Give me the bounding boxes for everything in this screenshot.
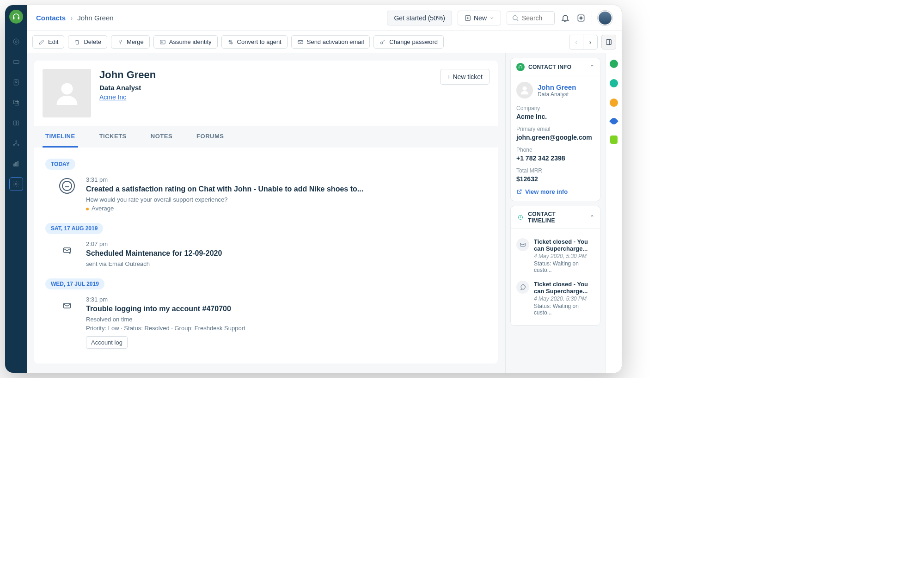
contact-avatar-small — [516, 82, 533, 99]
tab-tickets[interactable]: TICKETS — [97, 126, 129, 148]
contact-company-link[interactable]: Acme Inc — [99, 93, 126, 101]
svg-point-20 — [161, 41, 162, 42]
convert-agent-button[interactable]: Convert to agent — [221, 35, 288, 49]
send-activation-button[interactable]: Send activation email — [291, 35, 370, 49]
svg-rect-14 — [17, 161, 18, 166]
tab-timeline[interactable]: TIMELINE — [43, 126, 78, 148]
contact-timeline-item[interactable]: Ticket closed - You can Supercharge...4 … — [516, 234, 594, 277]
timeline-rating: Average — [86, 205, 363, 212]
timeline-title: Scheduled Maintenance for 12-09-2020 — [86, 249, 222, 258]
id-icon — [159, 39, 166, 45]
sidebar-item-dashboard[interactable] — [9, 35, 23, 49]
chat-icon — [516, 281, 529, 294]
change-password-button[interactable]: Change password — [373, 35, 444, 49]
timeline-item[interactable]: 2:07 pmScheduled Maintenance for 12-09-2… — [45, 234, 487, 276]
rail-app-1[interactable] — [610, 60, 618, 68]
headphones-icon — [516, 63, 525, 71]
breadcrumb-root[interactable]: Contacts — [36, 14, 66, 22]
face-icon — [59, 178, 75, 194]
edit-button[interactable]: Edit — [32, 35, 64, 49]
contact-info-field: Primary emailjohn.green@google.com — [516, 126, 594, 141]
sidebar-item-knowledge[interactable] — [9, 116, 23, 130]
date-pill: TODAY — [45, 159, 75, 170]
mail-out-icon — [59, 242, 75, 258]
view-more-link[interactable]: View more info — [516, 188, 594, 195]
contact-role: Data Analyst — [99, 84, 156, 92]
get-started-button[interactable]: Get started (50%) — [387, 11, 452, 25]
svg-rect-12 — [13, 164, 14, 166]
merge-icon — [117, 39, 123, 45]
sidebar-item-settings[interactable] — [9, 177, 23, 191]
svg-point-11 — [18, 144, 19, 146]
svg-point-10 — [13, 144, 15, 146]
notifications-button[interactable] — [560, 13, 570, 23]
timeline-item[interactable]: 3:31 pmCreated a satisfaction rating on … — [45, 170, 487, 220]
new-button[interactable]: New — [458, 11, 501, 25]
sidebar-item-contacts[interactable] — [9, 75, 23, 89]
search-icon — [512, 14, 519, 22]
app-logo[interactable] — [9, 10, 23, 24]
profile-card: John Green Data Analyst Acme Inc + New t… — [34, 61, 498, 126]
contact-info-field: CompanyAcme Inc. — [516, 105, 594, 120]
search-input[interactable] — [522, 14, 550, 22]
timeline-sub: sent via Email Outreach — [86, 260, 222, 267]
timeline-title: Trouble logging into my account #470700 — [86, 305, 245, 313]
clock-icon — [516, 213, 524, 222]
tab-forums[interactable]: FORUMS — [194, 126, 226, 148]
plus-box-icon — [465, 15, 471, 21]
rail-app-4[interactable] — [609, 117, 618, 126]
panel-header[interactable]: CONTACT INFO ⌃ — [511, 58, 600, 76]
layout-toggle-button[interactable] — [601, 35, 616, 49]
left-nav — [5, 5, 27, 373]
merge-button[interactable]: Merge — [111, 35, 150, 49]
sidebar-item-tickets[interactable] — [9, 55, 23, 69]
prev-record-button[interactable]: ‹ — [569, 35, 583, 49]
timeline-tag[interactable]: Account log — [86, 336, 128, 349]
svg-point-17 — [513, 15, 517, 19]
person-icon — [520, 85, 530, 95]
apps-button[interactable] — [576, 13, 586, 23]
tab-notes[interactable]: NOTES — [148, 126, 175, 148]
rail-app-5[interactable] — [610, 135, 618, 144]
trash-icon — [74, 39, 80, 45]
external-link-icon — [516, 189, 522, 195]
sidebar-item-reports[interactable] — [9, 157, 23, 171]
svg-point-24 — [61, 83, 73, 94]
sidebar-item-solutions[interactable] — [9, 96, 23, 110]
rail-app-2[interactable] — [610, 79, 618, 87]
contact-timeline-item[interactable]: Ticket closed - You can Supercharge...4 … — [516, 277, 594, 320]
svg-rect-7 — [13, 100, 17, 104]
user-avatar[interactable] — [598, 11, 612, 25]
chevron-up-icon: ⌃ — [590, 64, 594, 70]
svg-rect-29 — [522, 67, 523, 68]
svg-rect-28 — [519, 67, 520, 68]
svg-rect-4 — [13, 61, 19, 64]
key-icon — [379, 39, 386, 45]
date-pill: SAT, 17 AUG 2019 — [45, 223, 103, 234]
new-ticket-button[interactable]: + New ticket — [440, 69, 490, 85]
contact-name: John Green — [99, 69, 156, 81]
rail-app-3[interactable] — [610, 99, 618, 107]
app-frame: Contacts › John Green Get started (50%) … — [5, 5, 622, 373]
svg-point-9 — [15, 141, 17, 142]
contact-info-name[interactable]: John Green — [538, 83, 576, 91]
headphones-icon — [12, 12, 20, 21]
svg-rect-21 — [298, 40, 303, 43]
profile-picture — [43, 69, 91, 117]
timeline-item[interactable]: 3:31 pmTrouble logging into my account #… — [45, 289, 487, 355]
svg-rect-0 — [13, 17, 14, 19]
sidebar-item-automation[interactable] — [9, 136, 23, 150]
assume-identity-button[interactable]: Assume identity — [153, 35, 218, 49]
svg-point-6 — [15, 81, 17, 83]
search-box[interactable] — [507, 11, 555, 25]
header: Contacts › John Green Get started (50%) … — [27, 5, 622, 31]
contact-info-role: Data Analyst — [538, 91, 576, 98]
panel-header[interactable]: CONTACT TIMELINE ⌃ — [511, 206, 600, 229]
bell-icon — [561, 13, 570, 23]
svg-rect-8 — [15, 101, 18, 105]
next-record-button[interactable]: › — [583, 35, 597, 49]
svg-point-22 — [381, 42, 383, 44]
delete-button[interactable]: Delete — [68, 35, 107, 49]
timeline: TODAY3:31 pmCreated a satisfaction ratin… — [34, 148, 498, 363]
timeline-time: 3:31 pm — [86, 296, 245, 303]
